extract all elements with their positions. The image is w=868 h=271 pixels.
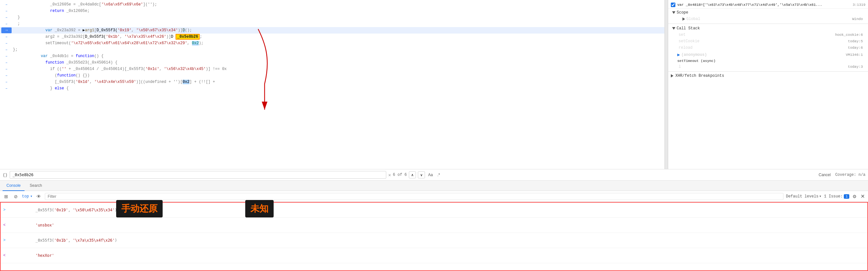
cs-set-loc: hook_cookie:6 <box>835 33 863 37</box>
search-bar: {} ✕ 6 of 6 ∧ ∨ Aa .* Cancel Coverage: n… <box>0 169 868 181</box>
xhr-label: XHR/fetch Breakpoints <box>675 73 724 78</box>
cs-setcookie-loc: today:5 <box>848 39 863 43</box>
gutter-dash: – <box>0 73 13 78</box>
gutter-dash: – <box>0 9 13 13</box>
coverage-text: Coverage: n/a <box>835 173 865 177</box>
entry-4-arrow: < <box>3 253 5 258</box>
annotation-unknown: 未知 <box>245 200 274 217</box>
entry-3-text: _0x55f3('0x1b', '\x7a\x35\x4f\x26') <box>7 234 865 247</box>
curly-braces-icon[interactable]: {} <box>3 173 8 177</box>
cancel-btn[interactable]: Cancel <box>816 172 833 178</box>
callstack-setcookie: setCookie today:5 <box>671 38 865 44</box>
active-arrow-icon: ▶ <box>677 52 680 57</box>
console-entry-3: > _0x55f3('0x1b', '\x7a\x35\x4f\x26') <box>1 233 867 248</box>
entry-2-text: 'unsbox' <box>7 218 865 232</box>
cs-set-name: set <box>679 33 835 37</box>
code-line-2: – return _0x12605e; <box>0 8 664 14</box>
cs-anon-loc: VM1346:1 <box>846 53 863 57</box>
clear-search-icon[interactable]: ✕ <box>388 172 391 178</box>
console-entry-2: < 'unsbox' <box>1 218 867 233</box>
global-item: Global Windo <box>676 16 865 22</box>
levels-chevron-icon: ▾ <box>819 194 822 199</box>
scope-section: Scope Global Windo <box>668 9 868 23</box>
callstack-anonymous: ▶ (anonymous) VM1346:1 <box>671 51 865 58</box>
gutter-dash: – <box>0 67 13 71</box>
issues-badge[interactable]: 1 Issue: 1 <box>824 194 849 199</box>
callstack-set: set hook_cookie:6 <box>671 32 865 38</box>
gutter-dash: – <box>0 16 13 19</box>
eye-btn[interactable]: 👁 <box>35 193 42 200</box>
settings-btn[interactable]: ⚙ <box>852 193 857 200</box>
callstack-header[interactable]: Call Stack <box>671 25 865 32</box>
scope-section-header[interactable]: Scope <box>671 9 865 16</box>
async-label: setTimeout (async) <box>671 58 865 64</box>
scope-content: Global Windo <box>671 16 865 22</box>
callstack-reload: reload today:6 <box>671 44 865 51</box>
gutter-dash: – <box>0 48 13 52</box>
right-panel: var _0x4818=['\x63\x73\x4b\x48\x77\x71\x… <box>668 0 868 169</box>
gutter-dash: – <box>0 35 13 39</box>
xhr-breakpoints[interactable]: XHR/fetch Breakpoints <box>668 72 868 79</box>
code-line-14: – } else { <box>0 85 664 92</box>
search-input[interactable] <box>10 171 386 179</box>
top-selector[interactable]: top ▾ <box>22 194 33 199</box>
callstack-section: Call Stack set hook_cookie:6 setCookie t… <box>668 25 868 71</box>
scope-line-num: 3:1319 <box>852 3 865 7</box>
cs-l-name: l <box>679 64 848 69</box>
filter-input[interactable] <box>45 193 783 200</box>
scope-var-text: var _0x4818=['\x63\x73\x4b\x48\x77\x71\x… <box>677 3 850 7</box>
match-case-btn[interactable]: Aa <box>427 173 434 177</box>
entry-2-arrow: < <box>3 223 5 228</box>
gutter-dash: – <box>0 80 13 84</box>
triangle-down-icon <box>672 11 675 14</box>
callstack-title: Call Stack <box>677 26 700 31</box>
regex-btn[interactable]: .* <box>436 173 441 177</box>
entry-1-arrow: > <box>3 208 5 212</box>
search-prev-btn[interactable]: ∧ <box>409 171 416 178</box>
code-editor: – _0x12605e = _0x4da0dc['\x6a\x6f\x69\x6… <box>0 0 665 169</box>
breakpoint-arrow: → <box>1 27 11 33</box>
search-count: 6 of 6 <box>393 173 407 177</box>
xhr-triangle-icon <box>671 74 674 78</box>
issues-label: 1 Issue: <box>824 194 843 199</box>
console-entry-4: < 'hexXor' <box>1 248 867 263</box>
console-section: Console Search ⊞ ⊘ top ▾ 👁 Default level… <box>0 181 868 271</box>
cs-setcookie-name: setCookie <box>679 39 848 43</box>
cs-anon-name: (anonymous) <box>681 53 846 57</box>
scope-var-header: var _0x4818=['\x63\x73\x4b\x48\x77\x71\x… <box>668 1 868 9</box>
code-line-7: – setTimeout('\x72\x65\x6c\x6f\x61\x64\x… <box>0 40 664 47</box>
scope-checkbox[interactable] <box>671 3 675 7</box>
gutter-dash: – <box>0 41 13 45</box>
gutter-dash: – <box>0 87 13 90</box>
code-line-3: – } <box>0 14 664 21</box>
gutter-dash: – <box>0 3 13 6</box>
global-value: Windo <box>852 17 863 21</box>
clear-console-btn[interactable]: ⊘ <box>12 193 19 200</box>
line-content-3: } <box>13 14 662 21</box>
gutter-dash: – <box>0 54 13 58</box>
tab-console[interactable]: Console <box>3 181 25 191</box>
default-levels-label: Default levels <box>786 194 818 199</box>
default-levels-selector[interactable]: Default levels ▾ <box>786 194 822 199</box>
scope-title: Scope <box>677 10 688 15</box>
triangle-down-icon2 <box>672 27 675 30</box>
close-btn[interactable]: ✕ <box>860 192 865 200</box>
gutter-dash: – <box>0 61 13 64</box>
scroll-divider <box>665 0 668 169</box>
cs-l-loc: today:3 <box>848 65 863 69</box>
cs-reload-name: reload <box>679 46 848 50</box>
entry-4-text: 'hexXor' <box>7 249 865 262</box>
entry-3-arrow: > <box>3 238 5 243</box>
cs-reload-loc: today:6 <box>848 46 863 50</box>
top-chevron-icon: ▾ <box>30 194 33 199</box>
annotation-manual: 手动还原 <box>116 200 163 217</box>
top-label: top <box>22 194 29 199</box>
issue-count: 1 <box>844 194 849 199</box>
tab-search[interactable]: Search <box>26 181 46 191</box>
console-tabs: Console Search <box>0 181 868 191</box>
divider <box>668 24 868 24</box>
callstack-l: l today:3 <box>671 64 865 70</box>
sidebar-toggle-btn[interactable]: ⊞ <box>3 193 10 200</box>
gutter-dash: – <box>0 22 13 26</box>
search-next-btn[interactable]: ∨ <box>418 171 425 178</box>
